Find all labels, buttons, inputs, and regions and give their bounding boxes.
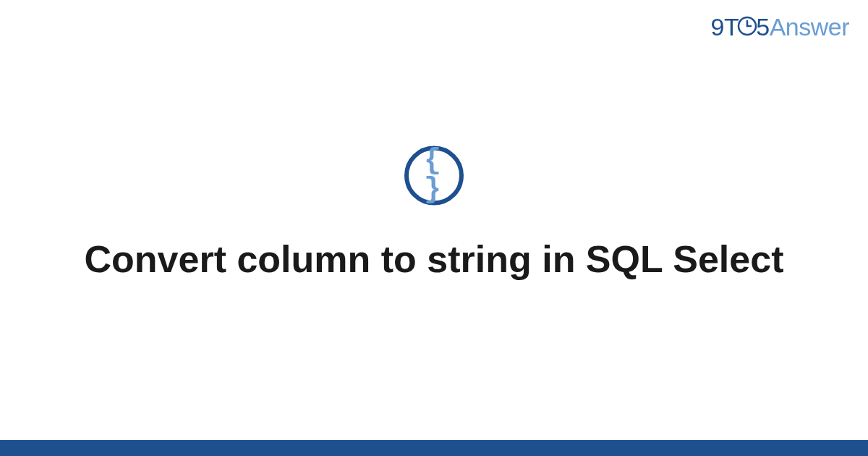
logo-five: 5 [756,13,769,41]
page-title: Convert column to string in SQL Select [0,236,868,283]
main-content: { } Convert column to string in SQL Sele… [0,146,868,283]
braces-icon: { } [409,147,459,205]
category-icon: { } [404,146,464,206]
logo-nine: 9 [711,13,724,41]
logo-answer: Answer [770,13,849,41]
clock-icon [737,14,757,42]
site-logo: 9T5Answer [711,13,850,43]
logo-t: T [724,13,739,41]
footer-bar [0,440,868,456]
